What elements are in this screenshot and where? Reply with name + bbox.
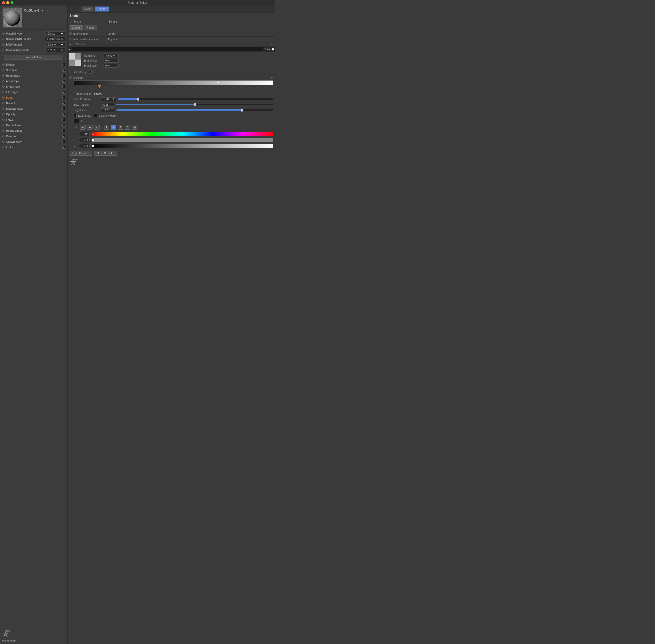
compat-mode-select[interactable]: 2023.1 [47, 49, 64, 52]
v-slider-knob[interactable] [92, 144, 95, 147]
checkbox-specular[interactable] [62, 69, 65, 72]
linear-btn[interactable]: Linear [70, 25, 83, 30]
s-slider-knob[interactable] [92, 138, 95, 141]
h-slider-knob[interactable] [92, 132, 95, 135]
v-slider[interactable] [92, 144, 273, 147]
node-editor-button[interactable]: Node Editor [4, 55, 63, 60]
hash-tool-btn[interactable]: # [125, 125, 130, 130]
tab-shader[interactable]: Shader [95, 6, 109, 12]
nav-forward-arrow[interactable]: → [75, 6, 80, 12]
h-value[interactable]: 0 ° [79, 132, 90, 136]
sampling-select[interactable]: None [105, 54, 116, 57]
gradient-knob[interactable] [217, 81, 219, 83]
material-type-select[interactable]: Glossy Diffuse Specular [47, 32, 64, 35]
checkbox-diffuse[interactable] [62, 63, 65, 66]
knot-position-fill [118, 98, 138, 100]
checkbox-custom-aov[interactable] [62, 140, 65, 143]
knot-position-value[interactable]: 13.2075 % [100, 97, 116, 101]
help-star-icon[interactable]: HELP [2, 630, 9, 638]
checkbox-editor[interactable] [62, 146, 65, 148]
checkbox-roughness[interactable] [62, 74, 65, 77]
checkbox-sheen-layer[interactable] [62, 85, 65, 88]
nav-back-arrow[interactable]: ← [70, 6, 74, 12]
prop-value-diffuse-brdf[interactable]: Lambertian [45, 37, 65, 41]
prop-label-compat-mode: Compatibility mode [6, 49, 44, 51]
knot-position-thumb[interactable] [137, 97, 139, 100]
checkbox-index[interactable] [62, 118, 65, 121]
v-value[interactable]: 0 % [79, 144, 90, 148]
mountain-tool-btn[interactable]: ▲ [94, 125, 99, 130]
tab-basic[interactable]: Basic [81, 6, 94, 12]
diffuse-brdf-select[interactable]: Lambertian [46, 38, 64, 41]
checkbox-material-layer[interactable] [62, 123, 65, 127]
prop-row-diffuse-brdf: Diffuse BRDF model Lambertian [0, 36, 67, 42]
bias-position-value[interactable]: 50 % [100, 103, 114, 107]
checkbox-film-layer[interactable] [62, 91, 65, 94]
s-slider[interactable] [92, 138, 273, 142]
radial-btn[interactable]: Radial [84, 25, 97, 30]
checkbox-opacity[interactable] [62, 113, 65, 116]
square-tool-btn[interactable]: ■ [87, 125, 93, 130]
checkbox-bump[interactable] [62, 96, 65, 99]
brightness-slider[interactable] [116, 109, 273, 111]
gradient-bar-container[interactable] [74, 80, 273, 87]
prop-label-round-edges: Round edges [6, 129, 61, 132]
smoothing-label: Smoothing [73, 71, 86, 73]
tex-param-blur-offset-value[interactable]: 0 % [103, 59, 119, 63]
checkbox-smoothing[interactable] [89, 71, 92, 73]
diamond-normal [2, 102, 4, 104]
assignment-label[interactable]: Assignment [2, 639, 16, 642]
knot-position-slider[interactable] [118, 98, 273, 100]
texture-section: ▶ Texture ▼ ▶ Noise [68, 42, 275, 69]
interpolation-value: Linear [108, 32, 116, 35]
save-preset-button[interactable]: Save Preset... [94, 151, 117, 156]
checkbox-round-edges[interactable] [62, 129, 65, 132]
diamond-opacity [2, 113, 4, 115]
close-traffic-light[interactable] [2, 1, 5, 4]
t-tool-btn[interactable]: T [118, 125, 123, 130]
brightness-value[interactable]: 100 % [100, 108, 114, 112]
brightness-thumb[interactable] [241, 109, 243, 112]
prop-label-film-layer: Film layer [6, 91, 61, 94]
checkbox-edit-alpha[interactable] [74, 114, 76, 117]
prop-label-diffuse: Diffuse [6, 63, 61, 66]
tex-param-sampling-value[interactable]: None [103, 53, 119, 58]
minimize-traffic-light[interactable] [6, 1, 9, 4]
brdf-model-select[interactable]: Octane [47, 43, 64, 46]
h-slider[interactable] [92, 132, 273, 136]
gradient-stop-orange[interactable] [98, 85, 101, 88]
noise-expander-arrow[interactable]: ▶ [69, 48, 71, 50]
maximize-traffic-light[interactable] [10, 1, 14, 4]
load-preset-button[interactable]: Load Preset... [70, 151, 92, 156]
prop-label-diffuse-brdf: Diffuse BRDF model [6, 38, 44, 41]
alpha-row: Edit Alpha Display Result [68, 113, 275, 118]
h-tool-btn[interactable]: H [111, 125, 116, 130]
r-tool-btn[interactable]: R [104, 125, 109, 130]
checkbox-normal[interactable] [62, 101, 65, 105]
prop-label-opacity: Opacity [6, 113, 61, 116]
grid-tool-btn[interactable]: ⊞ [132, 125, 137, 130]
eyedropper-icon[interactable]: ✏ [80, 119, 83, 123]
close-x-btn[interactable]: ✕ [74, 125, 78, 129]
bias-position-thumb[interactable] [194, 103, 196, 106]
s-value[interactable]: 0 % [79, 138, 90, 142]
checkbox-displacement[interactable] [62, 107, 65, 110]
tex-param-blur-scale-value[interactable]: 0 % [103, 64, 119, 68]
right-help-star-icon[interactable]: HELP [70, 159, 76, 166]
prop-value-compat-mode[interactable]: 2023.1 [45, 48, 65, 52]
help-area: HELP Assignment [0, 628, 67, 644]
texture-header[interactable]: ▶ Texture ▼ [68, 42, 275, 47]
checkbox-anisotropy[interactable] [62, 79, 65, 83]
prop-value-brdf-model[interactable]: Octane [45, 43, 65, 47]
circle-tool-btn[interactable]: ● [80, 125, 86, 130]
material-name-pencil-icon[interactable]: ✎ [46, 8, 49, 13]
color-swatch[interactable] [74, 119, 79, 123]
checkbox-display-result[interactable] [94, 114, 97, 117]
color-swatch-row: ✏ [68, 118, 275, 124]
tool-row: ✕ ● ■ ▲ R H T # ⊞ [68, 124, 275, 131]
checkbox-common[interactable] [62, 135, 65, 138]
bias-position-slider[interactable] [116, 104, 273, 105]
s-row: S 0 % [68, 137, 275, 143]
material-name-edit-icon[interactable]: ▾ [41, 8, 45, 13]
prop-value-material-type[interactable]: Glossy Diffuse Specular [45, 31, 65, 36]
